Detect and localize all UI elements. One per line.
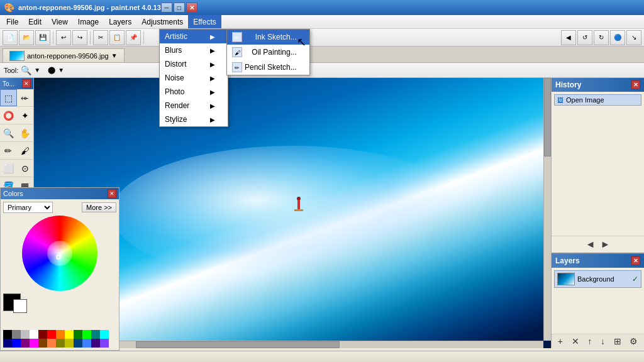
palette-color-swatch[interactable] xyxy=(3,339,12,348)
layer-item-background[interactable]: Background ✓ xyxy=(554,270,641,288)
history-back-button[interactable]: ◄ xyxy=(586,239,596,250)
brush-dropdown[interactable]: ▼ xyxy=(58,67,64,74)
lasso-tool[interactable]: ⬰ xyxy=(17,89,34,106)
clone-stamp-tool[interactable]: ⊙ xyxy=(17,160,34,177)
copy-button[interactable]: 📋 xyxy=(109,30,125,45)
select-tool[interactable]: ⬚ xyxy=(0,89,17,106)
history-panel-header[interactable]: History ✕ xyxy=(552,78,644,92)
colors-more-button[interactable]: More >> xyxy=(82,202,116,212)
palette-color-swatch[interactable] xyxy=(91,330,100,339)
maximize-button[interactable]: □ xyxy=(174,3,185,13)
tab-image[interactable]: anton-repponen-99506.jpg ▼ xyxy=(3,48,125,62)
toolbar-extra-5[interactable]: ↘ xyxy=(626,30,641,45)
paste-button[interactable]: 📌 xyxy=(126,30,141,45)
layer-properties-button[interactable]: ⚙ xyxy=(628,336,639,346)
history-panel-close[interactable]: ✕ xyxy=(631,80,640,89)
tools-panel-close[interactable]: ✕ xyxy=(22,79,31,88)
color-wheel-container[interactable] xyxy=(22,216,97,291)
new-button[interactable]: 📄 xyxy=(3,30,18,45)
toolbar-extra-4[interactable]: 🔵 xyxy=(610,30,625,45)
menu-adjustments[interactable]: Adjustments xyxy=(136,15,188,28)
save-button[interactable]: 💾 xyxy=(35,30,50,45)
effects-stylize-item[interactable]: Stylize ▶ xyxy=(160,112,228,126)
palette-color-swatch[interactable] xyxy=(38,330,47,339)
palette-color-swatch[interactable] xyxy=(38,339,47,348)
menu-effects[interactable]: Effects xyxy=(188,15,221,28)
ink-sketch-item[interactable]: ✏ Ink Sketch... xyxy=(227,30,309,45)
palette-color-swatch[interactable] xyxy=(65,339,74,348)
palette-color-swatch[interactable] xyxy=(12,339,21,348)
effects-artistic-item[interactable]: Artistic ▶ xyxy=(160,30,228,43)
palette-color-swatch[interactable] xyxy=(21,339,30,348)
palette-color-swatch[interactable] xyxy=(82,339,91,348)
cut-button[interactable]: ✂ xyxy=(93,30,108,45)
h-scroll-thumb[interactable] xyxy=(136,341,340,348)
layers-panel-close[interactable]: ✕ xyxy=(631,256,640,265)
palette-color-swatch[interactable] xyxy=(47,339,56,348)
palette-color-swatch[interactable] xyxy=(30,339,38,348)
history-forward-button[interactable]: ► xyxy=(601,239,611,250)
merge-layer-button[interactable]: ⊞ xyxy=(613,336,623,346)
effects-photo-item[interactable]: Photo ▶ xyxy=(160,85,228,99)
palette-color-swatch[interactable] xyxy=(100,330,109,339)
secondary-color-large-swatch[interactable] xyxy=(13,299,27,313)
palette-color-swatch[interactable] xyxy=(82,330,91,339)
move-layer-up-button[interactable]: ↑ xyxy=(586,336,593,346)
palette-color-swatch[interactable] xyxy=(65,330,74,339)
pencil-sketch-item[interactable]: ✏ Pencil Sketch... xyxy=(227,60,309,75)
history-item[interactable]: 🖼 Open Image xyxy=(554,94,641,106)
toolbar-extra-3[interactable]: ↻ xyxy=(594,30,609,45)
colors-panel-close[interactable]: ✕ xyxy=(108,189,116,198)
pencil-tool[interactable]: ✏ xyxy=(0,142,17,159)
menu-file[interactable]: File xyxy=(1,15,23,28)
paint-brush-tool[interactable]: 🖌 xyxy=(17,142,34,159)
eraser-tool[interactable]: ⬜ xyxy=(0,160,17,177)
menu-image[interactable]: Image xyxy=(73,15,104,28)
pan-tool[interactable]: ✋ xyxy=(17,124,34,141)
toolbar-extra-1[interactable]: ◀ xyxy=(561,30,576,45)
palette-color-swatch[interactable] xyxy=(100,339,109,348)
effects-blurs-item[interactable]: Blurs ▶ xyxy=(160,43,228,57)
layers-panel-header[interactable]: Layers ✕ xyxy=(552,254,644,268)
palette-color-swatch[interactable] xyxy=(56,330,65,339)
menu-edit[interactable]: Edit xyxy=(23,15,47,28)
add-layer-button[interactable]: + xyxy=(557,336,564,346)
oil-painting-item[interactable]: 🖌 Oil Painting... xyxy=(227,45,309,60)
palette-color-swatch[interactable] xyxy=(56,339,65,348)
zoom-dropdown[interactable]: ▼ xyxy=(34,67,40,74)
layer-visibility-check[interactable]: ✓ xyxy=(632,275,638,283)
open-button[interactable]: 📂 xyxy=(19,30,34,45)
minimize-button[interactable]: ─ xyxy=(161,3,172,13)
colors-panel-header[interactable]: Colors ✕ xyxy=(1,188,119,199)
palette-color-swatch[interactable] xyxy=(74,330,82,339)
palette-color-swatch[interactable] xyxy=(91,339,100,348)
color-mode-select[interactable]: Primary Secondary xyxy=(3,202,53,213)
palette-color-swatch[interactable] xyxy=(3,330,12,339)
effects-render-item[interactable]: Render ▶ xyxy=(160,99,228,112)
move-layer-down-button[interactable]: ↓ xyxy=(599,336,606,346)
close-button[interactable]: ✕ xyxy=(186,3,197,13)
menu-view[interactable]: View xyxy=(47,15,73,28)
menu-layers[interactable]: Layers xyxy=(104,15,136,28)
palette-color-swatch[interactable] xyxy=(12,330,21,339)
palette-color-swatch[interactable] xyxy=(47,330,56,339)
toolbar-extra-2[interactable]: ↺ xyxy=(577,30,592,45)
tabbar: anton-repponen-99506.jpg ▼ xyxy=(0,47,644,63)
magic-wand-tool[interactable]: ✦ xyxy=(17,107,34,124)
tools-panel-header[interactable]: To... ✕ xyxy=(0,78,33,89)
tab-dropdown[interactable]: ▼ xyxy=(111,52,118,59)
redo-button[interactable]: ↪ xyxy=(72,30,87,45)
effects-distort-item[interactable]: Distort ▶ xyxy=(160,57,228,71)
palette-color-swatch[interactable] xyxy=(21,330,30,339)
palette-color-swatch[interactable] xyxy=(74,339,82,348)
v-scroll-thumb[interactable] xyxy=(544,78,551,156)
palette-color-swatch[interactable] xyxy=(30,330,38,339)
effects-noise-item[interactable]: Noise ▶ xyxy=(160,71,228,85)
color-wheel[interactable] xyxy=(22,216,97,291)
zoom-tool[interactable]: 🔍 xyxy=(0,124,17,141)
delete-layer-button[interactable]: ✕ xyxy=(570,336,580,346)
undo-button[interactable]: ↩ xyxy=(56,30,71,45)
ellipse-select-tool[interactable]: ⭕ xyxy=(0,107,17,124)
colors-panel-title: Colors xyxy=(3,190,23,197)
vertical-scrollbar[interactable] xyxy=(543,78,551,341)
